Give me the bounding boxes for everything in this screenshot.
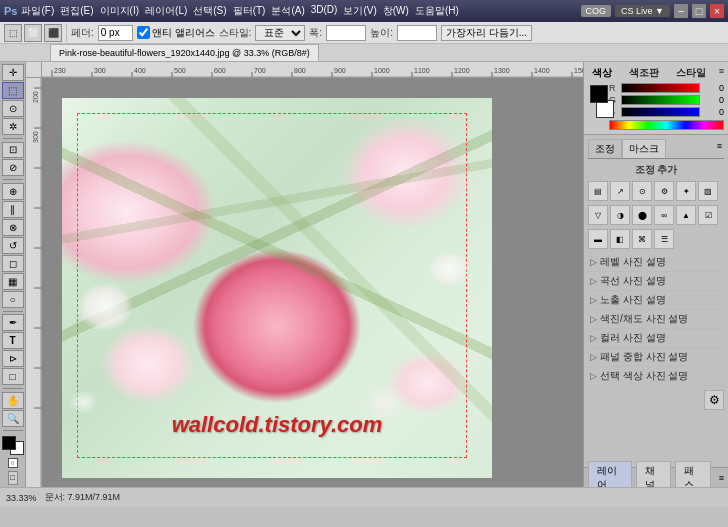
edit-menu[interactable]: 편집(E) — [60, 4, 93, 18]
tool-opt-btn-1[interactable]: ⬚ — [4, 24, 22, 42]
width-input[interactable] — [326, 25, 366, 41]
panel-menu-icon[interactable]: ≡ — [719, 66, 724, 80]
magic-wand-tool[interactable]: ✲ — [2, 118, 24, 135]
feather-input[interactable] — [98, 25, 133, 41]
filter-menu[interactable]: 필터(T) — [233, 4, 266, 18]
anti-alias-checkbox[interactable] — [137, 26, 150, 39]
screen-mode-btn[interactable]: □ — [8, 471, 18, 485]
layer-menu[interactable]: 레이어(L) — [145, 4, 187, 18]
shape-tool[interactable]: □ — [2, 368, 24, 385]
history-tool[interactable]: ↺ — [2, 237, 24, 254]
r-slider[interactable] — [621, 83, 700, 93]
adj-item-2[interactable]: ▷ 노출 사진 설명 — [588, 291, 724, 310]
workspace: ✛ ⬚ ⊙ ✲ ⊡ ⊘ ⊕ ∥ ⊗ ↺ ◻ ▦ ○ ✒ T ⊳ □ ✋ 🔍 ○ … — [0, 62, 728, 487]
close-btn[interactable]: × — [710, 4, 724, 18]
style-select[interactable]: 표준 — [255, 25, 305, 41]
eyedrop-tool[interactable]: ⊘ — [2, 159, 24, 176]
view-menu[interactable]: 보기(V) — [343, 4, 376, 18]
g-slider[interactable] — [621, 95, 700, 105]
channels-tab[interactable]: 채널 — [636, 461, 671, 488]
anti-alias-check[interactable]: 앤티 앨리어스 — [137, 26, 215, 40]
paths-tab[interactable]: 패스 — [675, 461, 710, 488]
lasso-tool[interactable]: ⊙ — [2, 100, 24, 117]
color-spectrum[interactable] — [609, 120, 724, 130]
eraser-tool[interactable]: ◻ — [2, 255, 24, 272]
adj-icon-6[interactable]: ▧ — [698, 181, 718, 201]
layers-tab[interactable]: 레이어 — [588, 461, 632, 488]
adj-icon-16[interactable]: ☰ — [654, 229, 674, 249]
adj-text-5: 패널 중합 사진 설명 — [600, 350, 688, 364]
adj-settings-btn[interactable]: ⚙ — [704, 390, 724, 410]
adjustment-tab[interactable]: 조정 — [588, 139, 622, 158]
move-tool[interactable]: ✛ — [2, 64, 24, 81]
clone-tool[interactable]: ⊗ — [2, 219, 24, 236]
adj-arrow-6: ▷ — [590, 371, 597, 381]
layers-panel: 레이어 채널 패스 ≡ — [584, 467, 728, 487]
adj-icon-3[interactable]: ⊙ — [632, 181, 652, 201]
window-menu[interactable]: 창(W) — [383, 4, 409, 18]
color-selector[interactable] — [2, 436, 24, 455]
image-menu[interactable]: 이미지(I) — [100, 4, 139, 18]
svg-text:1400: 1400 — [534, 67, 550, 74]
file-menu[interactable]: 파일(F) — [21, 4, 54, 18]
tool-opt-btn-2[interactable]: ⬜ — [24, 24, 42, 42]
color-tab[interactable]: 색상 — [588, 66, 616, 80]
adj-icon-14[interactable]: ◧ — [610, 229, 630, 249]
adj-icon-2[interactable]: ↗ — [610, 181, 630, 201]
mask-tab[interactable]: 마스크 — [622, 139, 666, 158]
adj-icon-9[interactable]: ⬤ — [632, 205, 652, 225]
adj-icon-13[interactable]: ▬ — [588, 229, 608, 249]
hand-tool[interactable]: ✋ — [2, 392, 24, 409]
brush-tool[interactable]: ∥ — [2, 201, 24, 218]
analysis-menu[interactable]: 분석(A) — [271, 4, 304, 18]
layers-panel-menu[interactable]: ≡ — [719, 473, 724, 483]
adj-icon-15[interactable]: ⌘ — [632, 229, 652, 249]
adj-text-6: 선택 색상 사진 설명 — [600, 369, 688, 383]
adj-icon-8[interactable]: ◑ — [610, 205, 630, 225]
crop-tool[interactable]: ⊡ — [2, 142, 24, 159]
b-slider[interactable] — [621, 107, 700, 117]
tool-opt-btn-3[interactable]: ⬛ — [44, 24, 62, 42]
adj-item-1[interactable]: ▷ 곡선 사진 설명 — [588, 272, 724, 291]
title-bar-menus: 파일(F) 편집(E) 이미지(I) 레이어(L) 선택(S) 필터(T) 분석… — [21, 4, 458, 18]
height-input[interactable] — [397, 25, 437, 41]
adj-panel-menu[interactable]: ≡ — [715, 139, 724, 158]
text-tool[interactable]: T — [2, 332, 24, 349]
refine-edge-btn[interactable]: 가장자리 다듬기... — [441, 25, 532, 41]
adj-item-0[interactable]: ▷ 레벨 사진 설명 — [588, 253, 724, 272]
minimize-btn[interactable]: − — [674, 4, 688, 18]
document-tab[interactable]: Pink-rose-beautiful-flowers_1920x1440.jp… — [50, 44, 319, 61]
marquee-tool[interactable]: ⬚ — [2, 82, 24, 99]
cs-live-btn[interactable]: CS Live ▼ — [615, 5, 670, 17]
adj-item-4[interactable]: ▷ 컬러 사진 설명 — [588, 329, 724, 348]
adj-icon-12[interactable]: ☑ — [698, 205, 718, 225]
zoom-tool[interactable]: 🔍 — [2, 410, 24, 427]
quick-mask-btn[interactable]: ○ — [8, 458, 18, 468]
maximize-btn[interactable]: □ — [692, 4, 706, 18]
adj-item-5[interactable]: ▷ 패널 중합 사진 설명 — [588, 348, 724, 367]
adj-icon-4[interactable]: ⚙ — [654, 181, 674, 201]
adj-icon-5[interactable]: ✦ — [676, 181, 696, 201]
flower-image[interactable] — [62, 98, 492, 478]
swatches-tab[interactable]: 색조판 — [625, 66, 663, 80]
adj-icon-11[interactable]: ▲ — [676, 205, 696, 225]
adj-item-6[interactable]: ▷ 선택 색상 사진 설명 — [588, 367, 724, 386]
adj-icon-10[interactable]: ∞ — [654, 205, 674, 225]
adj-icon-1[interactable]: ▤ — [588, 181, 608, 201]
tools-panel: ✛ ⬚ ⊙ ✲ ⊡ ⊘ ⊕ ∥ ⊗ ↺ ◻ ▦ ○ ✒ T ⊳ □ ✋ 🔍 ○ … — [0, 62, 26, 487]
threed-menu[interactable]: 3D(D) — [311, 4, 338, 18]
styles-tab[interactable]: 스타일 — [672, 66, 710, 80]
spot-heal-tool[interactable]: ⊕ — [2, 183, 24, 200]
svg-text:1300: 1300 — [494, 67, 510, 74]
pen-tool[interactable]: ✒ — [2, 314, 24, 331]
dodge-tool[interactable]: ○ — [2, 291, 24, 308]
adj-icon-7[interactable]: ▽ — [588, 205, 608, 225]
fg-color-swatch[interactable] — [590, 85, 608, 103]
select-menu[interactable]: 선택(S) — [193, 4, 226, 18]
path-tool[interactable]: ⊳ — [2, 350, 24, 367]
help-menu[interactable]: 도움말(H) — [415, 4, 459, 18]
gradient-tool[interactable]: ▦ — [2, 273, 24, 290]
adj-text-0: 레벨 사진 설명 — [600, 255, 666, 269]
adj-item-3[interactable]: ▷ 색진/채도 사진 설명 — [588, 310, 724, 329]
foreground-color-box[interactable] — [2, 436, 16, 450]
